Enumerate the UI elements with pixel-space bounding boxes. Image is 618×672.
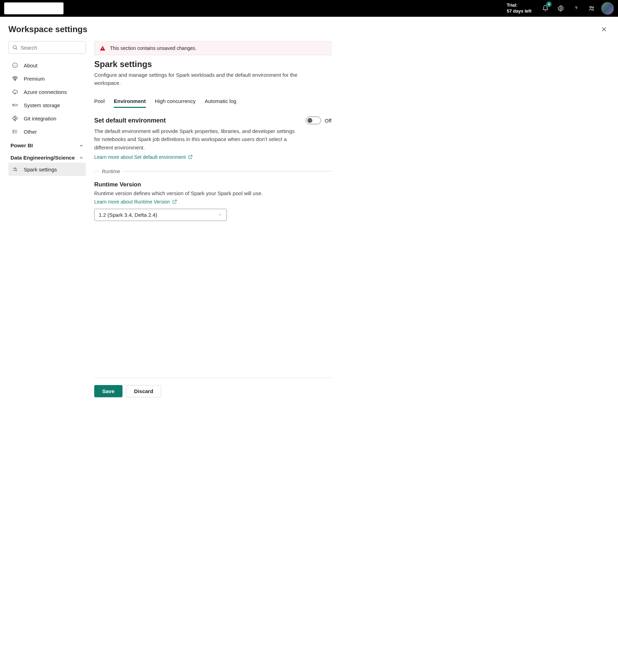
main-content: This section contains unsaved changes. S… bbox=[94, 41, 332, 397]
tab-high-concurrency[interactable]: High concurrency bbox=[155, 95, 196, 108]
notifications-button[interactable]: 4 bbox=[538, 1, 553, 16]
trial-line2: 57 days left bbox=[507, 8, 531, 14]
runtime-link[interactable]: Learn more about Runtime Version bbox=[94, 199, 332, 205]
warning-icon bbox=[99, 45, 106, 51]
question-icon bbox=[573, 5, 580, 12]
svg-point-11 bbox=[16, 170, 17, 171]
svg-point-3 bbox=[13, 46, 16, 49]
runtime-desc: Runtime version defines which version of… bbox=[94, 190, 332, 196]
sidebar-item-azure-connections[interactable]: Azure connections bbox=[8, 85, 86, 98]
sidebar-item-git-integration[interactable]: Git integration bbox=[8, 112, 86, 125]
svg-point-2 bbox=[592, 7, 594, 8]
banner-text: This section contains unsaved changes. bbox=[110, 45, 196, 51]
sidebar-item-spark-settings[interactable]: Spark settings bbox=[8, 163, 86, 176]
sidebar-item-label: Git integration bbox=[24, 116, 56, 121]
svg-point-10 bbox=[15, 168, 16, 169]
link-text: Learn more about Runtime Version bbox=[94, 199, 170, 205]
save-button[interactable]: Save bbox=[94, 385, 122, 397]
people-icon bbox=[588, 5, 595, 12]
sidebar-item-label: Other bbox=[24, 129, 37, 135]
chevron-down-icon bbox=[218, 213, 222, 217]
gear-icon bbox=[557, 5, 564, 12]
sidebar-item-other[interactable]: Other bbox=[8, 125, 86, 138]
link-text: Learn more about Set default environment bbox=[94, 154, 186, 160]
git-icon bbox=[12, 115, 18, 121]
sidebar: About Premium Azure connections System s… bbox=[8, 41, 86, 397]
tabs: Pool Environment High concurrency Automa… bbox=[94, 95, 332, 108]
section-description: Configure and manage settings for Spark … bbox=[94, 71, 311, 87]
close-button[interactable] bbox=[598, 24, 610, 35]
chevron-down-icon bbox=[79, 143, 84, 148]
list-icon bbox=[12, 128, 18, 135]
svg-point-7 bbox=[13, 130, 14, 131]
select-value: 1.2 (Spark 3.4, Delta 2.4) bbox=[99, 212, 157, 218]
svg-point-12 bbox=[102, 50, 103, 50]
svg-point-0 bbox=[560, 8, 562, 9]
search-input[interactable] bbox=[21, 45, 82, 51]
search-box[interactable] bbox=[8, 41, 86, 54]
avatar[interactable] bbox=[601, 2, 614, 15]
sidebar-item-label: Premium bbox=[24, 76, 45, 82]
feedback-button[interactable] bbox=[584, 1, 599, 16]
tab-pool[interactable]: Pool bbox=[94, 95, 105, 108]
close-icon bbox=[601, 26, 607, 32]
trial-status: Trial: 57 days left bbox=[507, 2, 531, 14]
sidebar-section-powerbi[interactable]: Power BI bbox=[8, 138, 86, 150]
sidebar-item-label: About bbox=[24, 62, 37, 68]
sidebar-item-label: System storage bbox=[24, 102, 60, 108]
svg-point-6 bbox=[14, 105, 14, 105]
sidebar-section-label: Power BI bbox=[10, 142, 33, 148]
svg-point-9 bbox=[13, 133, 14, 133]
tab-automatic-log[interactable]: Automatic log bbox=[204, 95, 236, 108]
search-icon bbox=[12, 44, 18, 51]
runtime-version-select[interactable]: 1.2 (Spark 3.4, Delta 2.4) bbox=[94, 209, 227, 221]
default-env-desc: The default environment will provide Spa… bbox=[94, 127, 300, 152]
sidebar-item-label: Spark settings bbox=[24, 167, 57, 172]
section-title: Spark settings bbox=[94, 59, 332, 69]
sidebar-item-about[interactable]: About bbox=[8, 59, 86, 72]
svg-point-8 bbox=[13, 131, 14, 132]
default-env-toggle[interactable] bbox=[306, 117, 321, 124]
default-env-link[interactable]: Learn more about Set default environment bbox=[94, 154, 193, 160]
external-link-icon bbox=[172, 199, 177, 204]
tab-environment[interactable]: Environment bbox=[114, 95, 146, 108]
trial-line1: Trial: bbox=[507, 2, 531, 8]
help-button[interactable] bbox=[568, 1, 584, 16]
settings-button[interactable] bbox=[553, 1, 568, 16]
page-title: Workspace settings bbox=[8, 24, 598, 34]
storage-icon bbox=[12, 102, 18, 108]
sliders-icon bbox=[12, 166, 18, 172]
footer-actions: Save Discard bbox=[94, 378, 332, 397]
brand-logo bbox=[4, 2, 64, 14]
cloud-icon bbox=[12, 89, 18, 95]
sidebar-item-system-storage[interactable]: System storage bbox=[8, 98, 86, 112]
diamond-icon bbox=[12, 75, 18, 82]
sidebar-section-data-eng[interactable]: Data Engineering/Science bbox=[8, 150, 86, 163]
notification-badge: 4 bbox=[546, 1, 552, 7]
topbar: Trial: 57 days left 4 bbox=[0, 0, 618, 17]
external-link-icon bbox=[188, 154, 193, 160]
sidebar-item-label: Azure connections bbox=[24, 89, 67, 95]
discard-button[interactable]: Discard bbox=[126, 385, 161, 397]
default-env-title: Set default environment bbox=[94, 117, 306, 124]
toggle-knob bbox=[307, 118, 312, 123]
legend-text: Runtime bbox=[102, 169, 120, 174]
runtime-title: Runtime Version bbox=[94, 181, 332, 188]
svg-point-1 bbox=[590, 6, 591, 8]
info-icon bbox=[12, 62, 18, 68]
runtime-legend: Runtime bbox=[94, 169, 332, 174]
chevron-up-icon bbox=[79, 155, 84, 160]
unsaved-banner: This section contains unsaved changes. bbox=[94, 41, 332, 55]
sidebar-item-premium[interactable]: Premium bbox=[8, 72, 86, 85]
toggle-state-label: Off bbox=[325, 118, 332, 124]
sidebar-section-label: Data Engineering/Science bbox=[10, 155, 75, 161]
